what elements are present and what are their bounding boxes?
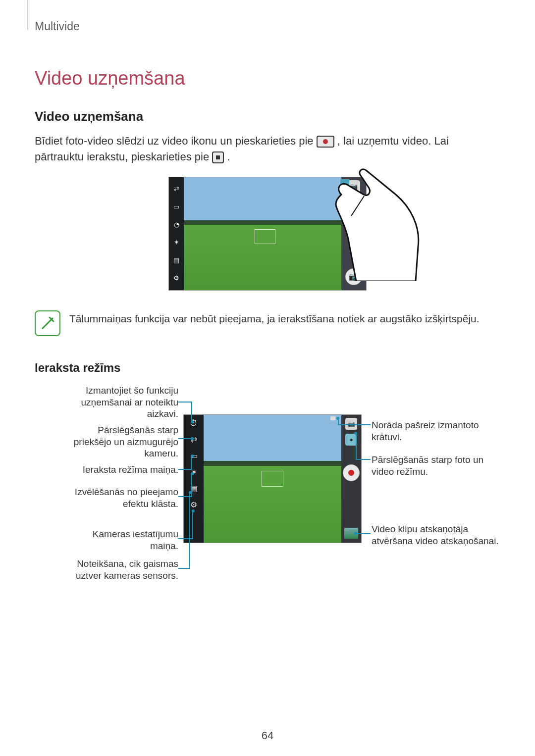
viewfinder-preview — [184, 177, 341, 290]
page-number: 64 — [0, 729, 535, 742]
callout-record-mode: Ieraksta režīma maiņa. — [64, 464, 178, 476]
note-block: Tālummaiņas funkcija var nebūt pieejama,… — [35, 310, 500, 336]
lead-dot — [191, 454, 194, 457]
callout-settings: Kameras iestatījumu maiņa. — [64, 528, 178, 552]
lead-line — [191, 456, 192, 470]
lead-line — [356, 459, 371, 460]
lead-line — [191, 474, 192, 497]
margin-rule — [27, 0, 28, 30]
lead-line — [191, 402, 192, 422]
diagram-photo-slot: 📷 — [345, 418, 357, 430]
callout-mode-switch: Pārslēgšanās starp foto un video režīmu. — [372, 454, 500, 478]
intro-part1: Bīdiet foto-video slēdzi uz video ikonu … — [35, 135, 317, 147]
callout-effects: Izvēlēšanās no pieejamo efektu klāsta. — [64, 486, 178, 510]
hand-illustration — [321, 167, 426, 281]
note-icon — [35, 310, 60, 336]
breadcrumb: Multivide — [35, 20, 500, 33]
note-text: Tālummaiņas funkcija var nebūt pieejama,… — [69, 310, 500, 326]
stop-icon — [212, 151, 224, 163]
switch-camera-icon: ⇄ — [174, 185, 179, 193]
lead-line — [178, 538, 193, 539]
callout-storage: Norāda pašreiz izmantoto krātuvi. — [372, 419, 500, 443]
diagram-viewfinder — [204, 415, 341, 543]
lead-line — [356, 433, 357, 460]
diagram-settings-icon: ⚙ — [190, 500, 197, 509]
storage-indicator-icon — [330, 416, 335, 420]
lead-dot — [191, 437, 194, 440]
lead-dot — [354, 532, 357, 535]
intro-part3: . — [227, 151, 230, 163]
lead-line — [178, 402, 192, 403]
lead-dot — [192, 509, 195, 512]
camera-screenshot: ⇄ ▭ ◔ ✶ ▤ ⚙ 📷 ⬤ 📷 — [168, 177, 367, 291]
mode-icon: ▭ — [173, 203, 179, 210]
lead-dot — [191, 472, 194, 475]
section-title: Video uzņemšana — [35, 109, 500, 124]
lead-line — [178, 469, 192, 470]
callout-gallery: Video klipu atskaņotāja atvēršana video … — [372, 523, 500, 547]
manual-page: Multivide Video uzņemšana Video uzņemšan… — [0, 0, 535, 756]
camera-left-toolbar: ⇄ ▭ ◔ ✶ ▤ ⚙ — [169, 177, 184, 290]
effects-icon: ✶ — [174, 239, 179, 246]
lead-dot — [354, 432, 357, 435]
page-title: Video uzņemšana — [35, 68, 500, 89]
diagram-left-toolbar: ⏱ ⇄ ▭ ✶ ▤ ⚙ — [184, 415, 204, 543]
intro-paragraph: Bīdiet foto-video slēdzi uz video ikonu … — [35, 133, 500, 165]
camera-ui-diagram: ⏱ ⇄ ▭ ✶ ▤ ⚙ 📷 ● — [183, 414, 362, 543]
lead-line — [178, 438, 192, 439]
callout-timer: Izmantojiet šo funkciju uzņemšanai ar no… — [64, 385, 178, 420]
lead-line — [189, 493, 190, 569]
lead-dot — [336, 417, 339, 420]
lead-dot — [189, 491, 192, 494]
diagram-status-bar — [204, 415, 341, 422]
lead-line — [178, 568, 190, 569]
labeled-diagram: ⏱ ⇄ ▭ ✶ ▤ ⚙ 📷 ● Izmantojiet šo funkciju … — [35, 385, 500, 603]
lead-line — [192, 511, 193, 539]
exposure-icon: ▤ — [173, 256, 179, 264]
lead-line — [356, 533, 371, 534]
mode-title: Ieraksta režīms — [35, 361, 500, 375]
settings-icon: ⚙ — [173, 274, 179, 282]
record-icon — [317, 136, 334, 148]
callout-switch-camera: Pārslēgšanās starp priekšējo un aizmugur… — [64, 424, 178, 459]
lead-line — [338, 424, 371, 425]
diagram-right-toolbar: 📷 ● — [341, 415, 361, 543]
callout-exposure: Noteikšana, cik gaismas uztver kameras s… — [64, 558, 178, 582]
lead-dot — [191, 420, 194, 423]
diagram-record-button — [343, 464, 360, 481]
timer-icon: ◔ — [174, 221, 179, 228]
